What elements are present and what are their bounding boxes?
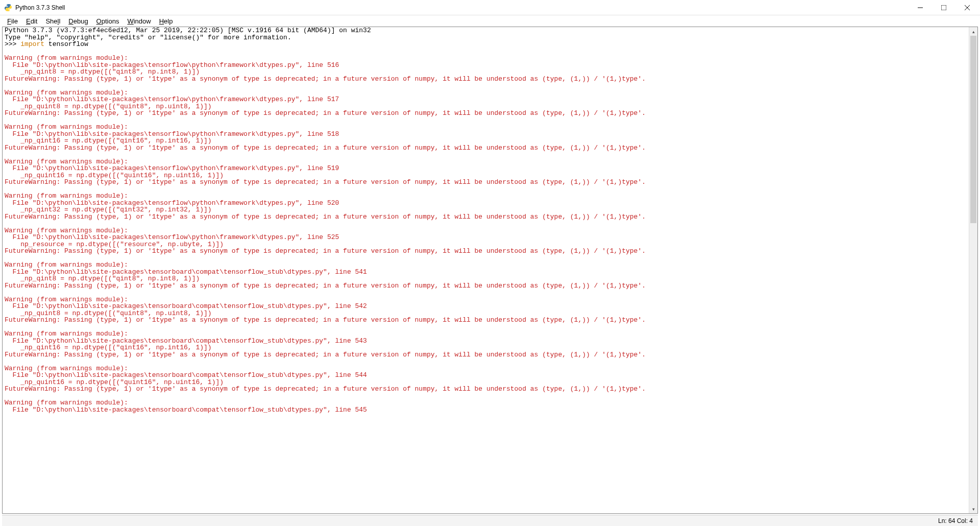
cursor-position: Ln: 64 Col: 4 (938, 517, 973, 524)
statusbar: Ln: 64 Col: 4 (2, 515, 978, 526)
menu-shell[interactable]: Shell (41, 16, 64, 26)
minimize-button[interactable] (909, 0, 932, 15)
menu-debug[interactable]: Debug (64, 16, 92, 26)
svg-rect-3 (941, 5, 946, 10)
window-controls (909, 0, 979, 15)
menu-edit[interactable]: Edit (22, 16, 41, 26)
menu-help[interactable]: Help (155, 16, 177, 26)
menu-window[interactable]: Window (123, 16, 155, 26)
scroll-thumb[interactable] (970, 36, 976, 223)
menubar: File Edit Shell Debug Options Window Hel… (0, 15, 980, 27)
close-button[interactable] (955, 0, 979, 15)
scroll-down-button[interactable]: ▾ (969, 505, 978, 513)
vertical-scrollbar[interactable]: ▴ ▾ (969, 27, 977, 513)
svg-point-1 (9, 10, 9, 10)
scroll-up-button[interactable]: ▴ (969, 27, 978, 36)
menu-options[interactable]: Options (92, 16, 124, 26)
maximize-button[interactable] (932, 0, 955, 15)
editor-frame: Python 3.7.3 (v3.7.3:ef4ec6ed12, Mar 25 … (2, 27, 978, 514)
svg-point-0 (7, 5, 7, 5)
window-title: Python 3.7.3 Shell (15, 4, 909, 11)
shell-text-area[interactable]: Python 3.7.3 (v3.7.3:ef4ec6ed12, Mar 25 … (3, 27, 977, 513)
menu-file[interactable]: File (3, 16, 22, 26)
python-icon (4, 4, 12, 12)
titlebar: Python 3.7.3 Shell (0, 0, 980, 15)
scroll-track[interactable] (969, 36, 977, 505)
